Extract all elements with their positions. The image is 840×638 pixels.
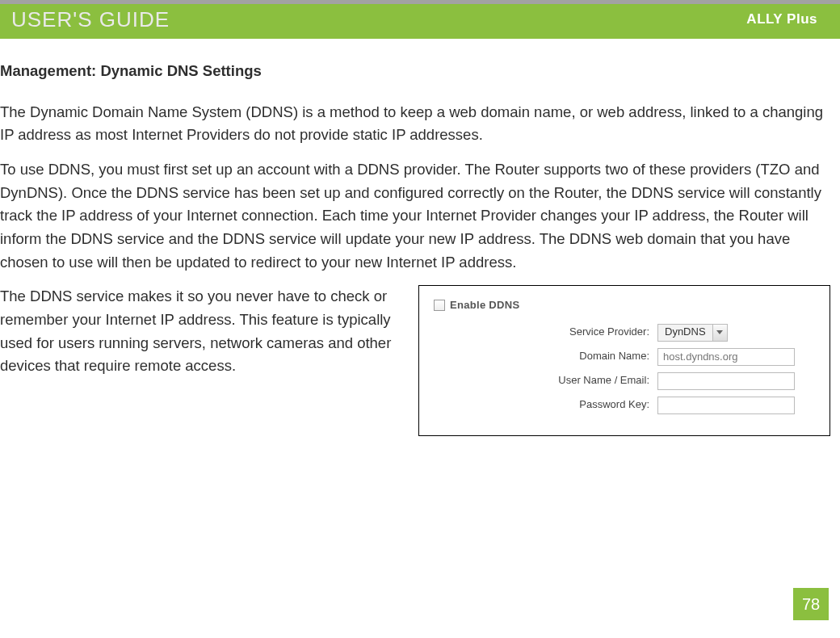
domain-name-input[interactable] (657, 348, 795, 366)
chevron-down-icon[interactable] (712, 325, 727, 341)
paragraph-1: The Dynamic Domain Name System (DDNS) is… (0, 101, 830, 147)
service-provider-value: DynDNS (658, 325, 712, 341)
domain-name-label: Domain Name: (427, 348, 657, 364)
page-number: 78 (793, 588, 829, 620)
user-name-input[interactable] (657, 372, 795, 390)
service-provider-select[interactable]: DynDNS (657, 324, 728, 342)
page-content: Management: Dynamic DNS Settings The Dyn… (0, 39, 840, 436)
ddns-settings-panel: Enable DDNS Service Provider: DynDNS Dom… (418, 285, 830, 435)
service-provider-label: Service Provider: (427, 324, 657, 340)
enable-ddns-row[interactable]: Enable DDNS (434, 297, 821, 313)
guide-title: USER'S GUIDE (11, 7, 170, 32)
paragraph-2: To use DDNS, you must first set up an ac… (0, 158, 830, 274)
product-name: ALLY Plus (746, 11, 817, 27)
user-name-label: User Name / Email: (427, 372, 657, 388)
header-bar: USER'S GUIDE ALLY Plus (0, 0, 840, 39)
password-key-label: Password Key: (427, 397, 657, 413)
enable-ddns-checkbox[interactable] (434, 300, 445, 311)
section-title: Management: Dynamic DNS Settings (0, 60, 830, 83)
enable-ddns-label: Enable DDNS (450, 297, 519, 313)
paragraph-3: The DDNS service makes it so you never h… (0, 285, 404, 378)
password-key-input[interactable] (657, 397, 795, 414)
